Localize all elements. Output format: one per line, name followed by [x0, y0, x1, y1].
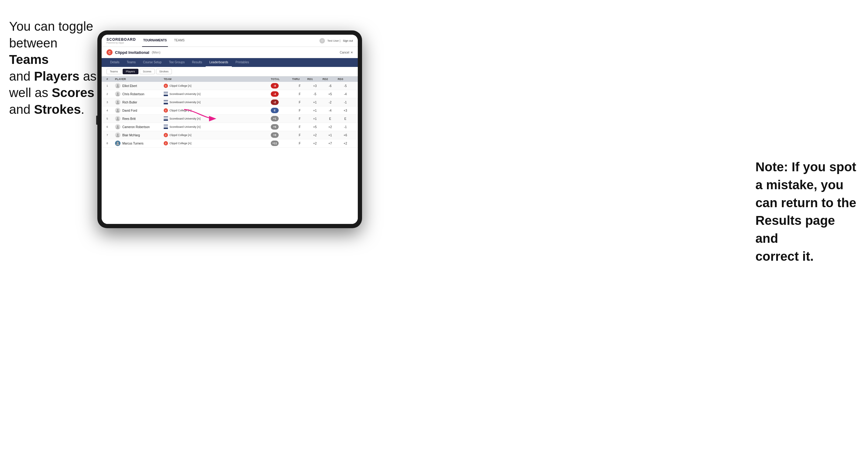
table-header: # PLAYER TEAM TOTAL THRU RD1 RD2 RD3: [102, 76, 358, 82]
rd1-cell: +2: [307, 142, 322, 145]
rd3-cell: +6: [338, 133, 353, 137]
avatar: U: [319, 38, 325, 43]
player-avatar: [115, 108, 121, 113]
rank-cell: 2: [106, 92, 115, 96]
svg-rect-8: [164, 101, 168, 102]
tablet: SCOREBOARD Powered by clippd TOURNAMENTS…: [97, 30, 362, 228]
table-row: 3 Rich Butler Scoreboard University [A] …: [102, 98, 358, 106]
table-row: 4 David Ford C Clippd College [A] E F +1…: [102, 106, 358, 115]
col-thru: THRU: [292, 77, 307, 81]
svg-rect-9: [164, 102, 168, 103]
svg-point-20: [117, 133, 119, 135]
thru-cell: F: [292, 109, 307, 112]
player-name: David Ford: [122, 109, 137, 112]
left-annotation: You can toggle between Teams and Players…: [9, 18, 97, 118]
cancel-button[interactable]: Cancel ✕: [340, 51, 353, 54]
rank-cell: 1: [106, 84, 115, 87]
rd2-cell: +2: [322, 125, 338, 129]
player-name: Blair McHarg: [122, 133, 140, 137]
user-area: U Test User | Sign out: [319, 38, 353, 43]
svg-point-12: [117, 117, 119, 119]
col-total: TOTAL: [271, 77, 292, 81]
player-avatar: [115, 116, 121, 121]
svg-point-3: [116, 94, 119, 96]
total-cell: -2: [271, 99, 292, 105]
total-score: +6: [271, 124, 279, 130]
tab-tee-groups[interactable]: Tee Groups: [165, 58, 188, 67]
toggle-strokes-button[interactable]: Strokes: [156, 69, 172, 74]
top-nav: SCOREBOARD Powered by clippd TOURNAMENTS…: [102, 35, 358, 47]
rd2-cell: +1: [322, 133, 338, 137]
col-rank: #: [106, 77, 115, 81]
total-cell: E: [271, 108, 292, 113]
tab-results[interactable]: Results: [188, 58, 206, 67]
team-logo: C: [164, 108, 168, 113]
nav-link-tournaments[interactable]: TOURNAMENTS: [142, 35, 168, 47]
tab-details[interactable]: Details: [106, 58, 123, 67]
player-avatar: [115, 99, 121, 105]
svg-point-2: [117, 92, 119, 94]
rank-cell: 6: [106, 125, 115, 128]
total-cell: +11: [271, 141, 292, 146]
team-logo: C: [164, 133, 168, 137]
thru-cell: F: [292, 84, 307, 88]
toggle-scores-button[interactable]: Scores: [140, 69, 155, 74]
table-row: 2 Chris Robertson Scoreboard University …: [102, 90, 358, 98]
thru-cell: F: [292, 117, 307, 121]
svg-point-6: [117, 101, 119, 102]
team-cell: C Clippd College [A]: [164, 133, 271, 137]
thru-cell: F: [292, 142, 307, 145]
svg-point-16: [117, 125, 119, 127]
svg-rect-19: [164, 127, 168, 127]
player-cell: Chris Robertson: [115, 91, 164, 97]
tournament-header: C Clippd Invitational (Men) Cancel ✕: [102, 47, 358, 58]
toggle-teams-button[interactable]: Teams: [106, 69, 121, 74]
table-row: 6 Cameron Robertson Scoreboard Universit…: [102, 123, 358, 131]
sign-out-link[interactable]: Sign out: [343, 39, 353, 42]
tab-course-setup[interactable]: Course Setup: [140, 58, 165, 67]
thru-cell: F: [292, 133, 307, 137]
tab-leaderboards[interactable]: Leaderboards: [206, 58, 232, 67]
svg-rect-14: [164, 117, 168, 118]
player-cell: Marcus Turners: [115, 141, 164, 146]
svg-point-1: [116, 86, 119, 88]
svg-point-17: [116, 127, 119, 129]
team-cell: Scoreboard University [A]: [164, 92, 271, 96]
tab-printables[interactable]: Printables: [232, 58, 252, 67]
total-cell: +1: [271, 116, 292, 121]
tab-teams[interactable]: Teams: [123, 58, 140, 67]
svg-point-10: [117, 109, 119, 111]
thru-cell: F: [292, 101, 307, 104]
svg-rect-4: [164, 92, 168, 93]
rd3-cell: -5: [338, 84, 353, 88]
player-cell: Elliot Ebert: [115, 83, 164, 89]
player-name: Chris Robertson: [122, 92, 144, 96]
team-name: Clippd College [A]: [169, 133, 191, 136]
svg-point-7: [116, 102, 119, 104]
svg-point-11: [116, 111, 119, 112]
rd2-cell: E: [322, 117, 338, 121]
rd2-cell: -4: [322, 109, 338, 112]
tournament-gender: (Men): [152, 51, 161, 54]
player-avatar: [115, 124, 121, 130]
rd3-cell: +3: [338, 109, 353, 112]
thru-cell: F: [292, 125, 307, 129]
rd3-cell: E: [338, 117, 353, 121]
rank-cell: 4: [106, 109, 115, 112]
col-team: TEAM: [164, 77, 271, 81]
player-cell: David Ford: [115, 108, 164, 113]
nav-links: TOURNAMENTS TEAMS: [142, 35, 319, 47]
rd3-cell: -1: [338, 101, 353, 104]
tablet-screen: SCOREBOARD Powered by clippd TOURNAMENTS…: [102, 35, 358, 224]
team-name: Clippd College [A]: [169, 84, 191, 87]
svg-point-22: [117, 142, 119, 144]
team-name: Scoreboard University [A]: [169, 92, 200, 96]
nav-link-teams[interactable]: TEAMS: [173, 35, 186, 47]
total-score: +1: [271, 116, 279, 121]
tournament-name: Clippd Invitational: [115, 50, 149, 55]
team-name: Scoreboard University [A]: [169, 101, 200, 104]
rank-cell: 5: [106, 117, 115, 120]
total-cell: +6: [271, 124, 292, 130]
user-label: Test User |: [328, 39, 340, 42]
toggle-players-button[interactable]: Players: [123, 69, 138, 74]
